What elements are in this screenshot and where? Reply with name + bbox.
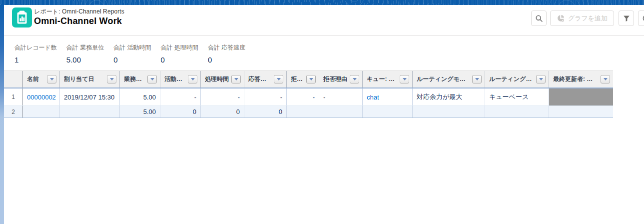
column-header-label: ルーティングモデル: [417, 75, 470, 84]
table-cell: [59, 106, 119, 118]
column-header[interactable]: 活動時間: [160, 71, 200, 88]
chevron-down-icon: [234, 78, 238, 80]
chevron-down-icon: [403, 78, 407, 80]
chevron-down-icon: [309, 78, 313, 80]
chevron-down-icon: [150, 78, 154, 80]
table-cell: [485, 106, 549, 118]
summary-label: 合計 処理時間: [161, 44, 198, 52]
table-cell: -: [244, 88, 286, 106]
table-cell: [286, 106, 319, 118]
summary-label: 合計 活動時間: [113, 44, 151, 52]
table-cell: 0: [244, 106, 286, 118]
table-cell: 2019/12/07 15:30: [59, 88, 119, 106]
chevron-down-icon: [353, 78, 357, 80]
report-page: レポート: Omni-Channel Reports Omni-Channel …: [0, 0, 644, 224]
table-cell: [362, 106, 412, 118]
row-number-header: [4, 71, 22, 88]
summary-block: 合計 業務単位5.00: [66, 44, 104, 70]
table-cell: 対応余力が最大: [412, 88, 485, 106]
table-cell: キューベース: [485, 88, 549, 106]
add-chart-button[interactable]: グラフを追加: [550, 10, 614, 26]
add-chart-label: グラフを追加: [568, 14, 608, 23]
chevron-down-icon: [604, 78, 608, 80]
summary-value: 0: [113, 56, 151, 64]
column-header[interactable]: 業務単位: [119, 71, 160, 88]
summary-totals: 合計レコード数1合計 業務単位5.00合計 活動時間0合計 処理時間0合計 応答…: [4, 36, 644, 70]
column-header[interactable]: 処理時間: [200, 71, 244, 88]
summary-label: 合計 業務単位: [66, 44, 104, 52]
column-header-label: 割り当て日: [64, 75, 94, 84]
page-title: Omni-Channel Work: [34, 16, 124, 26]
column-menu-button[interactable]: [536, 75, 546, 84]
chevron-down-icon: [277, 78, 281, 80]
column-header-label: 業務単位: [124, 75, 145, 84]
column-menu-button[interactable]: [231, 75, 241, 84]
table-header-row: 名前割り当て日業務単位活動時間処理時間応答速度拒否日拒否理由キュー: 名前ルーテ…: [4, 70, 613, 88]
table-row: 1000000022019/12/07 15:305.00-----chat対応…: [4, 88, 613, 106]
report-type-label: レポート: Omni-Channel Reports: [34, 8, 124, 14]
column-menu-button[interactable]: [601, 75, 610, 84]
summary-value: 1: [14, 56, 57, 64]
title-block: レポート: Omni-Channel Reports Omni-Channel …: [34, 8, 124, 26]
search-button[interactable]: [531, 10, 547, 26]
column-header-label: 活動時間: [164, 75, 186, 84]
column-menu-button[interactable]: [107, 75, 116, 84]
table-body: 1000000022019/12/07 15:305.00-----chat対応…: [4, 88, 613, 118]
summary-block: 合計レコード数1: [14, 44, 57, 70]
record-link[interactable]: chat: [367, 94, 379, 101]
table-cell: chat: [362, 88, 412, 106]
refresh-button[interactable]: [638, 10, 644, 26]
summary-value: 0: [208, 56, 245, 64]
record-link[interactable]: 00000002: [27, 94, 56, 101]
summary-value: 0: [161, 56, 198, 64]
column-menu-button[interactable]: [274, 75, 283, 84]
column-header-label: 応答速度: [248, 75, 272, 84]
summary-block: 合計 処理時間0: [161, 44, 198, 70]
table-cell: 00000002: [22, 88, 59, 106]
table-cell: -: [200, 88, 244, 106]
table-cell: 0: [200, 106, 244, 118]
column-header-label: キュー: 名前: [367, 75, 398, 84]
column-header[interactable]: 拒否理由: [319, 71, 362, 88]
table-cell: -: [319, 88, 362, 106]
table-cell: [22, 106, 59, 118]
column-header[interactable]: 応答速度: [244, 71, 286, 88]
column-header[interactable]: 割り当て日: [59, 71, 119, 88]
table-cell: 0: [160, 106, 200, 118]
redacted-cell: [549, 88, 613, 106]
funnel-icon: [623, 14, 631, 22]
chevron-down-icon: [191, 78, 195, 80]
column-menu-button[interactable]: [147, 75, 157, 84]
column-menu-button[interactable]: [350, 75, 359, 84]
column-menu-button[interactable]: [306, 75, 316, 84]
refresh-icon: [642, 14, 644, 22]
column-menu-button[interactable]: [400, 75, 409, 84]
report-header: レポート: Omni-Channel Reports Omni-Channel …: [4, 5, 644, 36]
pie-chart-icon: [557, 14, 565, 22]
column-header[interactable]: 名前: [22, 71, 59, 88]
column-header[interactable]: ルーティングモデル: [412, 71, 485, 88]
summary-block: 合計 応答速度0: [208, 44, 245, 70]
table-cell: 5.00: [119, 88, 160, 106]
magnifier-icon: [535, 14, 543, 22]
report-card: レポート: Omni-Channel Reports Omni-Channel …: [4, 5, 644, 224]
table-cell: 5.00: [119, 106, 160, 118]
column-header-label: ルーティング種別: [489, 75, 534, 84]
column-header[interactable]: 拒否日: [286, 71, 319, 88]
column-menu-button[interactable]: [47, 75, 56, 84]
table-cell: [412, 106, 485, 118]
chevron-down-icon: [539, 78, 543, 80]
app-background-banner: [0, 0, 644, 5]
column-header-label: 処理時間: [205, 75, 229, 84]
table-cell: -: [160, 88, 200, 106]
chevron-down-icon: [475, 78, 479, 80]
table-cell: -: [286, 88, 319, 106]
chevron-down-icon: [50, 78, 54, 80]
column-header[interactable]: ルーティング種別: [485, 71, 549, 88]
column-menu-button[interactable]: [188, 75, 197, 84]
column-menu-button[interactable]: [472, 75, 482, 84]
column-header[interactable]: キュー: 名前: [362, 71, 412, 88]
filter-button[interactable]: [619, 10, 634, 26]
column-header[interactable]: 最終更新者: 氏名: [549, 71, 613, 88]
row-number: 2: [4, 106, 22, 118]
